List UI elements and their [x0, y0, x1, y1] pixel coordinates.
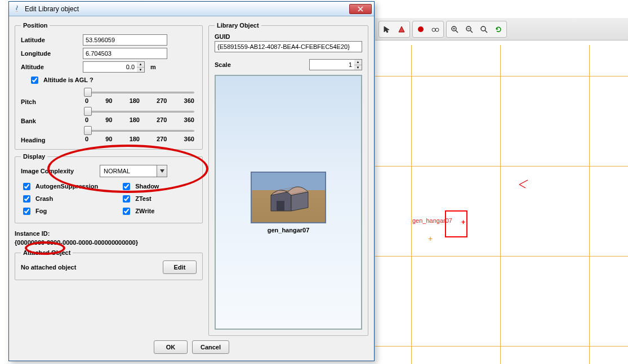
ztest-checkbox[interactable] — [123, 195, 130, 203]
instance-id-block: Instance ID: {00000000-0000-0000-0000-00… — [15, 230, 203, 246]
crash-checkbox[interactable] — [23, 195, 30, 203]
instance-id-value: {00000000-0000-0000-0000-000000000000} — [15, 239, 203, 246]
ztest-label: ZTest — [135, 195, 152, 202]
guid-input[interactable] — [215, 41, 362, 52]
library-object-legend: Library Object — [215, 22, 261, 29]
position-legend: Position — [21, 22, 50, 29]
scale-spinner[interactable]: ▲ ▼ — [309, 59, 362, 70]
crash-label: Crash — [35, 195, 53, 202]
scale-spin-down[interactable]: ▼ — [354, 65, 362, 70]
tool-refresh-icon[interactable] — [492, 23, 505, 36]
altitude-spin-up[interactable]: ▲ — [137, 62, 144, 68]
instance-id-label: Instance ID: — [15, 230, 203, 237]
display-legend: Display — [21, 153, 47, 160]
attached-object-group: Attached Object No attached object Edit — [15, 249, 203, 280]
chevron-down-icon[interactable] — [157, 165, 167, 177]
fog-label: Fog — [35, 208, 47, 214]
svg-point-2 — [435, 28, 439, 32]
longitude-input[interactable] — [83, 48, 167, 59]
edit-library-object-dialog: Edit Library object Position Latitude Lo… — [8, 1, 375, 361]
altitude-agl-label: Altitude is AGL ? — [43, 77, 93, 83]
tool-binoculars-icon[interactable] — [429, 23, 442, 36]
fog-checkbox[interactable] — [23, 208, 30, 215]
map-selection-rect[interactable]: + — [445, 210, 467, 237]
svg-rect-12 — [277, 201, 284, 211]
bank-slider[interactable] — [85, 107, 194, 115]
altitude-unit: m — [150, 64, 156, 70]
latitude-label: Latitude — [21, 37, 83, 43]
tool-zoom-fit-icon[interactable] — [477, 23, 491, 36]
window-title: Edit Library object — [25, 5, 79, 13]
position-group: Position Latitude Longitude Altitude — [15, 22, 203, 150]
svg-point-1 — [432, 28, 435, 32]
heading-slider[interactable] — [85, 127, 194, 134]
latitude-input[interactable] — [83, 34, 167, 46]
ok-button[interactable]: OK — [154, 340, 188, 354]
altitude-spin-down[interactable]: ▼ — [137, 68, 144, 73]
guid-label: GUID — [215, 33, 362, 40]
altitude-input[interactable] — [83, 61, 137, 73]
autogensuppression-checkbox[interactable] — [23, 183, 30, 190]
library-object-group: Library Object GUID Scale ▲ ▼ — [208, 22, 368, 336]
tool-zoom-out-icon[interactable] — [462, 23, 476, 36]
attached-edit-button[interactable]: Edit — [163, 260, 197, 274]
bank-label: Bank — [21, 107, 83, 124]
object-preview[interactable]: gen_hangar07 — [215, 75, 362, 330]
tool-pointer-icon[interactable] — [380, 23, 394, 36]
object-preview-name: gen_hangar07 — [268, 227, 310, 233]
pitch-label: Pitch — [21, 88, 83, 105]
autogensuppression-label: AutogenSuppression — [35, 183, 98, 190]
scale-input[interactable] — [309, 59, 354, 70]
bank-ticks: 090180270360 — [85, 116, 194, 123]
scale-label: Scale — [215, 61, 309, 68]
image-complexity-label: Image Complexity — [21, 168, 100, 174]
canvas-toolbar — [375, 18, 628, 41]
map-arrow-marker — [518, 178, 530, 191]
object-thumbnail — [251, 172, 326, 223]
map-canvas[interactable]: + gen_hangar07 + — [375, 0, 628, 364]
attached-object-legend: Attached Object — [21, 249, 73, 256]
tool-zoom-in-icon[interactable] — [448, 23, 461, 36]
map-cross-marker: + — [428, 234, 433, 243]
display-group: Display Image Complexity NORMAL AutogenS… — [15, 153, 203, 223]
altitude-agl-checkbox[interactable] — [31, 77, 38, 84]
svg-point-0 — [418, 26, 424, 32]
zwrite-label: ZWrite — [135, 208, 154, 214]
attached-object-none: No attached object — [21, 264, 76, 271]
shadow-label: Shadow — [135, 183, 159, 190]
titlebar[interactable]: Edit Library object — [9, 2, 374, 16]
altitude-label: Altitude — [21, 64, 83, 70]
close-button[interactable] — [349, 4, 372, 14]
svg-point-10 — [481, 26, 486, 31]
java-icon — [12, 5, 21, 14]
cancel-button[interactable]: Cancel — [192, 340, 229, 354]
zwrite-checkbox[interactable] — [123, 208, 130, 215]
pitch-ticks: 090180270360 — [85, 97, 194, 104]
tool-shape-icon[interactable] — [395, 23, 408, 36]
heading-label: Heading — [21, 127, 83, 143]
svg-line-11 — [485, 30, 487, 33]
scale-spin-up[interactable]: ▲ — [354, 60, 362, 65]
svg-line-8 — [470, 30, 473, 33]
pitch-slider[interactable] — [85, 88, 194, 96]
altitude-spinner[interactable]: ▲ ▼ — [83, 61, 145, 73]
map-object-label: gen_hangar07 — [412, 217, 452, 224]
image-complexity-value: NORMAL — [100, 168, 157, 174]
image-complexity-combo[interactable]: NORMAL — [100, 165, 167, 177]
heading-ticks: 090180270360 — [85, 136, 194, 142]
shadow-checkbox[interactable] — [123, 183, 130, 190]
tool-record-icon[interactable] — [414, 23, 427, 36]
longitude-label: Longitude — [21, 50, 83, 57]
svg-line-4 — [456, 30, 458, 33]
